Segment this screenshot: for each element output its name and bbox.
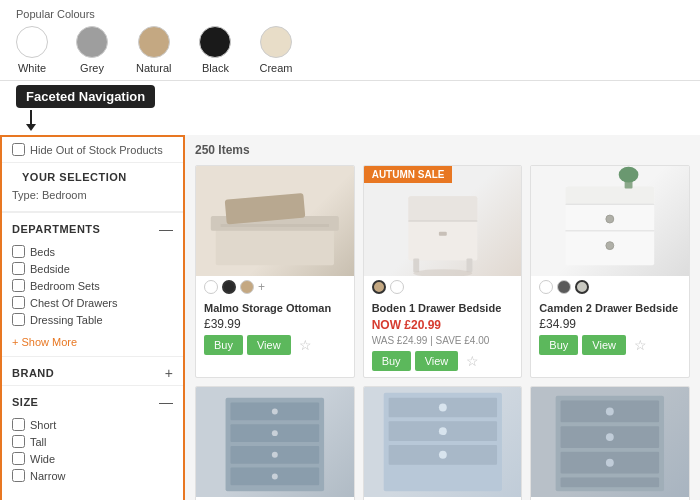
product-2-actions: Buy View ☆ xyxy=(372,351,514,371)
product-1-actions: Buy View ☆ xyxy=(204,335,346,355)
product-1-info: Malmo Storage Ottoman £39.99 Buy View ☆ xyxy=(196,298,354,361)
svg-point-34 xyxy=(439,427,447,435)
svg-point-35 xyxy=(439,451,447,459)
sidebar: Hide Out of Stock Products YOUR SELECTIO… xyxy=(0,135,185,500)
product-2-view-button[interactable]: View xyxy=(415,351,459,371)
results-count: 250 Items xyxy=(195,143,690,157)
dept-item-beds[interactable]: Beds xyxy=(12,243,173,260)
arrow-annotation xyxy=(20,110,36,131)
dept-bedside-checkbox[interactable] xyxy=(12,262,25,275)
dept-bedroomsets-checkbox[interactable] xyxy=(12,279,25,292)
dept-beds-checkbox[interactable] xyxy=(12,245,25,258)
size-item-tall[interactable]: Tall xyxy=(12,433,173,450)
svg-point-26 xyxy=(272,430,278,436)
product-1-view-button[interactable]: View xyxy=(247,335,291,355)
departments-list: Beds Bedside Bedroom Sets Chest Of Drawe… xyxy=(2,241,183,334)
size-narrow-checkbox[interactable] xyxy=(12,469,25,482)
product-3-name: Camden 2 Drawer Bedside xyxy=(539,302,681,314)
dept-item-dressing[interactable]: Dressing Table xyxy=(12,311,173,328)
swatch-black[interactable]: Black xyxy=(199,26,231,74)
svg-point-11 xyxy=(413,269,472,276)
size-header: SIZE — xyxy=(2,385,183,414)
size-wide-checkbox[interactable] xyxy=(12,452,25,465)
popular-colours-label: Popular Colours xyxy=(16,8,684,20)
add-more-colors[interactable]: + xyxy=(258,280,265,294)
color-dot[interactable] xyxy=(575,280,589,294)
product-card-4: Lugo 4 Drawer Chest £49.99 Buy View ☆ xyxy=(195,386,355,500)
hide-oos-label[interactable]: Hide Out of Stock Products xyxy=(12,143,173,156)
svg-point-16 xyxy=(606,215,614,223)
product-2-badge: AUTUMN SALE xyxy=(364,166,453,183)
color-swatches-row: White Grey Natural Black Cream xyxy=(16,26,684,74)
hide-oos-checkbox[interactable] xyxy=(12,143,25,156)
product-card-2: AUTUMN SALE xyxy=(363,165,523,378)
color-dot[interactable] xyxy=(539,280,553,294)
svg-point-17 xyxy=(606,242,614,250)
swatch-white[interactable]: White xyxy=(16,26,48,74)
size-collapse-icon[interactable]: — xyxy=(159,394,173,410)
size-item-narrow[interactable]: Narrow xyxy=(12,467,173,484)
product-1-colors: + xyxy=(196,276,354,298)
product-card-6: Oslo Dresser £44.99 Buy View ☆ xyxy=(530,386,690,500)
product-2-colors xyxy=(364,276,522,298)
product-image-4 xyxy=(196,387,354,497)
svg-point-43 xyxy=(606,459,614,467)
color-dot[interactable] xyxy=(204,280,218,294)
product-3-actions: Buy View ☆ xyxy=(539,335,681,355)
product-image-1 xyxy=(196,166,354,276)
swatch-cream[interactable]: Cream xyxy=(259,26,292,74)
product-image-3 xyxy=(531,166,689,276)
your-selection-title: YOUR SELECTION xyxy=(12,163,173,187)
product-1-name: Malmo Storage Ottoman xyxy=(204,302,346,314)
dept-item-bedside[interactable]: Bedside xyxy=(12,260,173,277)
size-tall-checkbox[interactable] xyxy=(12,435,25,448)
svg-point-33 xyxy=(439,404,447,412)
color-dot[interactable] xyxy=(557,280,571,294)
product-image-5 xyxy=(364,387,522,497)
departments-label: DEPARTMENTS xyxy=(12,223,100,235)
product-2-buy-button[interactable]: Buy xyxy=(372,351,411,371)
product-3-buy-button[interactable]: Buy xyxy=(539,335,578,355)
departments-collapse-icon[interactable]: — xyxy=(159,221,173,237)
svg-rect-13 xyxy=(566,187,655,205)
color-dot[interactable] xyxy=(372,280,386,294)
size-item-short[interactable]: Short xyxy=(12,416,173,433)
main-layout: Hide Out of Stock Products YOUR SELECTIO… xyxy=(0,135,700,500)
top-colors-bar: Popular Colours White Grey Natural Black… xyxy=(0,0,700,81)
svg-rect-8 xyxy=(439,232,447,236)
product-3-wishlist-button[interactable]: ☆ xyxy=(630,337,651,353)
product-1-buy-button[interactable]: Buy xyxy=(204,335,243,355)
product-2-price-was: WAS £24.99 | SAVE £4.00 xyxy=(372,335,490,346)
svg-point-42 xyxy=(606,433,614,441)
departments-header: DEPARTMENTS — xyxy=(2,212,183,241)
swatch-natural[interactable]: Natural xyxy=(136,26,171,74)
swatch-grey[interactable]: Grey xyxy=(76,26,108,74)
size-item-wide[interactable]: Wide xyxy=(12,450,173,467)
svg-rect-9 xyxy=(413,258,419,272)
product-2-info: Boden 1 Drawer Bedside NOW £20.99 WAS £2… xyxy=(364,298,522,377)
your-selection-section: YOUR SELECTION Type: Bedroom xyxy=(2,163,183,212)
brand-expand-icon[interactable]: + xyxy=(165,365,173,381)
color-dot[interactable] xyxy=(390,280,404,294)
brand-header: BRAND + xyxy=(2,356,183,385)
dept-chest-checkbox[interactable] xyxy=(12,296,25,309)
product-1-wishlist-button[interactable]: ☆ xyxy=(295,337,316,353)
svg-rect-2 xyxy=(221,224,329,227)
selection-type: Type: Bedroom xyxy=(12,187,173,203)
color-dot[interactable] xyxy=(240,280,254,294)
dept-item-bedroom-sets[interactable]: Bedroom Sets xyxy=(12,277,173,294)
show-more-link[interactable]: + Show More xyxy=(2,334,183,356)
product-card-3: Camden 2 Drawer Bedside £34.99 Buy View … xyxy=(530,165,690,378)
size-label: SIZE xyxy=(12,396,38,408)
svg-point-41 xyxy=(606,408,614,416)
product-3-info: Camden 2 Drawer Bedside £34.99 Buy View … xyxy=(531,298,689,361)
product-1-price: £39.99 xyxy=(204,317,346,331)
svg-rect-10 xyxy=(466,258,472,272)
color-dot[interactable] xyxy=(222,280,236,294)
dept-dressing-checkbox[interactable] xyxy=(12,313,25,326)
svg-rect-40 xyxy=(561,477,660,487)
product-3-view-button[interactable]: View xyxy=(582,335,626,355)
size-short-checkbox[interactable] xyxy=(12,418,25,431)
dept-item-chest[interactable]: Chest Of Drawers xyxy=(12,294,173,311)
product-2-wishlist-button[interactable]: ☆ xyxy=(462,353,483,369)
